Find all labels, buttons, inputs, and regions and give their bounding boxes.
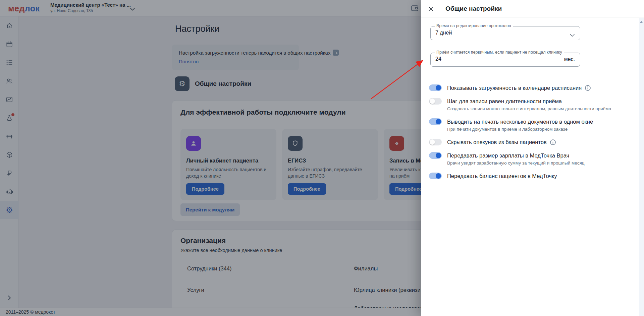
toggle-row-print-multiple-docs: Выводить на печать несколько документов … — [429, 118, 630, 133]
toggle-label: Шаг для записи равен длительности приёма — [447, 97, 562, 105]
toggle-switch-send-balance[interactable] — [429, 173, 442, 179]
toggle-switch-send-salary[interactable] — [429, 152, 442, 159]
panel-title: Общие настройки — [445, 5, 502, 12]
select-label: Время на редактирование протоколов — [435, 23, 513, 28]
toggle-label: Выводить на печать несколько документов … — [447, 118, 593, 126]
select-value: 7 дней — [435, 30, 452, 36]
panel-header: Общие настройки — [421, 0, 644, 17]
toggle-subtext: При печати документов в приёме и лаборат… — [447, 126, 593, 133]
toggle-row-hide-guardians: Скрывать опекунов из базы пациентов — [429, 138, 630, 146]
modal-backdrop — [0, 0, 421, 316]
toggle-switch-show-workload[interactable] — [429, 84, 442, 91]
primary-visit-months-field: Приём считается первичным, если пациент … — [430, 53, 580, 67]
toggle-switch-hide-guardians[interactable] — [429, 139, 442, 145]
toggle-subtext: Создавать записи можно только с интервал… — [447, 106, 611, 112]
info-icon[interactable] — [585, 85, 591, 91]
input-suffix: мес. — [564, 56, 575, 62]
toggle-switch-step-equals-duration[interactable] — [429, 98, 442, 105]
input-label: Приём считается первичным, если пациент … — [435, 50, 564, 55]
toggle-switch-print-multiple-docs[interactable] — [429, 118, 442, 125]
chevron-down-icon — [570, 32, 575, 38]
toggle-label: Передавать баланс пациентов в МедТочку — [447, 172, 557, 180]
info-icon[interactable] — [550, 139, 556, 145]
primary-visit-months-input[interactable] — [435, 56, 553, 62]
panel-scrollbar[interactable] — [639, 18, 644, 316]
close-icon[interactable] — [427, 5, 435, 13]
toggle-row-send-balance: Передавать баланс пациентов в МедТочку — [429, 172, 630, 180]
scroll-up-arrow[interactable] — [640, 21, 643, 23]
toggle-subtext: Врачи увидят заработанную сумму за текущ… — [447, 160, 585, 167]
toggle-label: Показывать загруженность в календаре рас… — [447, 84, 582, 92]
toggle-label: Передавать размер зарплаты в МедТочка Вр… — [447, 151, 569, 160]
general-settings-panel: Общие настройки Время на редактирование … — [421, 0, 644, 316]
toggle-list: Показывать загруженность в календаре рас… — [429, 84, 630, 180]
toggle-row-send-salary: Передавать размер зарплаты в МедТочка Вр… — [429, 151, 630, 167]
toggle-row-show-workload: Показывать загруженность в календаре рас… — [429, 84, 630, 92]
toggle-row-step-equals-duration: Шаг для записи равен длительности приёма… — [429, 97, 630, 112]
toggle-label: Скрывать опекунов из базы пациентов — [447, 138, 547, 146]
protocol-edit-time-select[interactable]: Время на редактирование протоколов 7 дне… — [430, 26, 580, 40]
